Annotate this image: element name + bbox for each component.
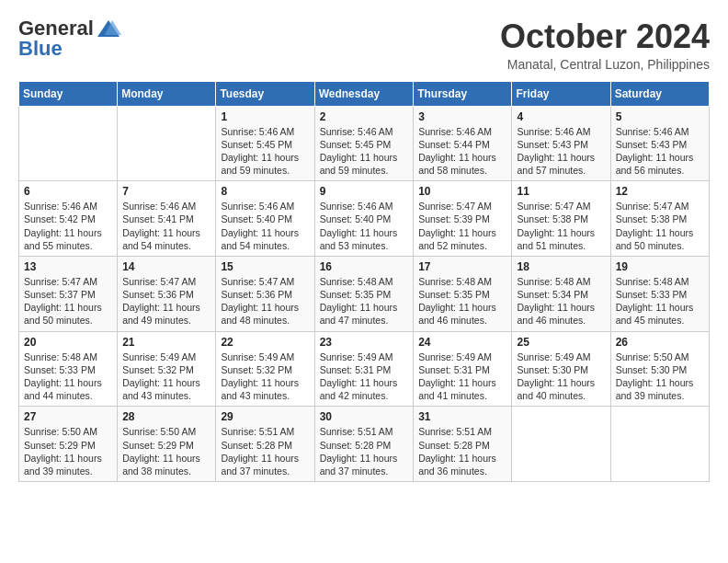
page-header: General Blue October 2024 Manatal, Centr… — [18, 18, 710, 72]
day-number: 9 — [320, 185, 409, 198]
cell-detail: Sunrise: 5:47 AMSunset: 5:37 PMDaylight:… — [24, 275, 112, 327]
day-number: 5 — [616, 110, 704, 123]
day-number: 26 — [616, 336, 704, 349]
calendar-table: SundayMondayTuesdayWednesdayThursdayFrid… — [18, 81, 710, 482]
cell-detail: Sunrise: 5:47 AMSunset: 5:36 PMDaylight:… — [122, 275, 210, 327]
calendar-cell: 9Sunrise: 5:46 AMSunset: 5:40 PMDaylight… — [314, 181, 414, 257]
calendar-week-3: 13Sunrise: 5:47 AMSunset: 5:37 PMDayligh… — [19, 256, 710, 331]
day-number: 28 — [122, 410, 210, 423]
calendar-cell: 7Sunrise: 5:46 AMSunset: 5:41 PMDaylight… — [118, 181, 216, 257]
calendar-cell: 17Sunrise: 5:48 AMSunset: 5:35 PMDayligh… — [414, 256, 512, 331]
cell-detail: Sunrise: 5:47 AMSunset: 5:38 PMDaylight:… — [616, 200, 704, 252]
calendar-cell: 30Sunrise: 5:51 AMSunset: 5:28 PMDayligh… — [314, 407, 414, 482]
day-number: 8 — [221, 185, 309, 198]
cell-detail: Sunrise: 5:47 AMSunset: 5:39 PMDaylight:… — [418, 200, 506, 252]
day-number: 23 — [320, 336, 409, 349]
calendar-week-2: 6Sunrise: 5:46 AMSunset: 5:42 PMDaylight… — [19, 181, 710, 257]
calendar-cell: 27Sunrise: 5:50 AMSunset: 5:29 PMDayligh… — [19, 407, 118, 482]
cell-detail: Sunrise: 5:49 AMSunset: 5:30 PMDaylight:… — [517, 350, 605, 403]
title-block: October 2024 Manatal, Central Luzon, Phi… — [500, 18, 710, 72]
calendar-cell: 26Sunrise: 5:50 AMSunset: 5:30 PMDayligh… — [610, 331, 709, 407]
weekday-header-monday: Monday — [118, 81, 216, 106]
month-title: October 2024 — [500, 18, 710, 55]
logo-general-text: General — [18, 18, 94, 39]
weekday-header-tuesday: Tuesday — [216, 81, 314, 106]
calendar-cell: 31Sunrise: 5:51 AMSunset: 5:28 PMDayligh… — [414, 407, 512, 482]
cell-detail: Sunrise: 5:47 AMSunset: 5:38 PMDaylight:… — [517, 200, 605, 252]
day-number: 11 — [517, 185, 605, 198]
day-number: 13 — [24, 260, 112, 273]
cell-detail: Sunrise: 5:48 AMSunset: 5:34 PMDaylight:… — [517, 275, 605, 327]
cell-detail: Sunrise: 5:46 AMSunset: 5:45 PMDaylight:… — [320, 125, 409, 178]
location-subtitle: Manatal, Central Luzon, Philippines — [500, 57, 710, 72]
cell-detail: Sunrise: 5:49 AMSunset: 5:32 PMDaylight:… — [122, 350, 210, 403]
day-number: 19 — [616, 260, 704, 273]
calendar-cell: 16Sunrise: 5:48 AMSunset: 5:35 PMDayligh… — [314, 256, 414, 331]
calendar-cell: 25Sunrise: 5:49 AMSunset: 5:30 PMDayligh… — [512, 331, 610, 407]
day-number: 24 — [418, 336, 506, 349]
cell-detail: Sunrise: 5:49 AMSunset: 5:31 PMDaylight:… — [320, 350, 409, 403]
day-number: 22 — [221, 336, 309, 349]
day-number: 18 — [517, 260, 605, 273]
logo-icon — [96, 18, 121, 39]
day-number: 31 — [418, 410, 506, 423]
calendar-cell: 14Sunrise: 5:47 AMSunset: 5:36 PMDayligh… — [118, 256, 216, 331]
calendar-cell: 21Sunrise: 5:49 AMSunset: 5:32 PMDayligh… — [118, 331, 216, 407]
weekday-header-friday: Friday — [512, 81, 610, 106]
calendar-cell: 23Sunrise: 5:49 AMSunset: 5:31 PMDayligh… — [314, 331, 414, 407]
day-number: 27 — [24, 410, 112, 423]
day-number: 12 — [616, 185, 704, 198]
cell-detail: Sunrise: 5:48 AMSunset: 5:35 PMDaylight:… — [320, 275, 409, 327]
day-number: 2 — [320, 110, 409, 123]
calendar-cell — [19, 106, 118, 181]
logo: General Blue — [18, 18, 121, 61]
cell-detail: Sunrise: 5:47 AMSunset: 5:36 PMDaylight:… — [221, 275, 309, 327]
calendar-week-5: 27Sunrise: 5:50 AMSunset: 5:29 PMDayligh… — [19, 407, 710, 482]
logo-blue-text: Blue — [18, 37, 63, 61]
calendar-cell: 4Sunrise: 5:46 AMSunset: 5:43 PMDaylight… — [512, 106, 610, 181]
cell-detail: Sunrise: 5:46 AMSunset: 5:40 PMDaylight:… — [320, 200, 409, 252]
calendar-cell: 3Sunrise: 5:46 AMSunset: 5:44 PMDaylight… — [414, 106, 512, 181]
cell-detail: Sunrise: 5:46 AMSunset: 5:44 PMDaylight:… — [418, 125, 506, 178]
calendar-cell: 24Sunrise: 5:49 AMSunset: 5:31 PMDayligh… — [414, 331, 512, 407]
day-number: 20 — [24, 336, 112, 349]
cell-detail: Sunrise: 5:48 AMSunset: 5:33 PMDaylight:… — [24, 350, 112, 403]
calendar-cell — [610, 407, 709, 482]
calendar-week-1: 1Sunrise: 5:46 AMSunset: 5:45 PMDaylight… — [19, 106, 710, 181]
calendar-cell: 12Sunrise: 5:47 AMSunset: 5:38 PMDayligh… — [610, 181, 709, 257]
cell-detail: Sunrise: 5:50 AMSunset: 5:30 PMDaylight:… — [616, 350, 704, 403]
cell-detail: Sunrise: 5:46 AMSunset: 5:41 PMDaylight:… — [122, 200, 210, 252]
calendar-cell: 18Sunrise: 5:48 AMSunset: 5:34 PMDayligh… — [512, 256, 610, 331]
cell-detail: Sunrise: 5:49 AMSunset: 5:32 PMDaylight:… — [221, 350, 309, 403]
calendar-cell: 6Sunrise: 5:46 AMSunset: 5:42 PMDaylight… — [19, 181, 118, 257]
cell-detail: Sunrise: 5:46 AMSunset: 5:42 PMDaylight:… — [24, 200, 112, 252]
calendar-cell: 20Sunrise: 5:48 AMSunset: 5:33 PMDayligh… — [19, 331, 118, 407]
calendar-cell — [512, 407, 610, 482]
cell-detail: Sunrise: 5:51 AMSunset: 5:28 PMDaylight:… — [320, 425, 409, 477]
weekday-header-wednesday: Wednesday — [314, 81, 414, 106]
weekday-header-saturday: Saturday — [610, 81, 709, 106]
calendar-cell: 19Sunrise: 5:48 AMSunset: 5:33 PMDayligh… — [610, 256, 709, 331]
day-number: 4 — [517, 110, 605, 123]
cell-detail: Sunrise: 5:48 AMSunset: 5:33 PMDaylight:… — [616, 275, 704, 327]
day-number: 21 — [122, 336, 210, 349]
cell-detail: Sunrise: 5:48 AMSunset: 5:35 PMDaylight:… — [418, 275, 506, 327]
calendar-cell — [118, 106, 216, 181]
day-number: 25 — [517, 336, 605, 349]
calendar-cell: 5Sunrise: 5:46 AMSunset: 5:43 PMDaylight… — [610, 106, 709, 181]
cell-detail: Sunrise: 5:49 AMSunset: 5:31 PMDaylight:… — [418, 350, 506, 403]
day-number: 14 — [122, 260, 210, 273]
day-number: 10 — [418, 185, 506, 198]
calendar-cell: 22Sunrise: 5:49 AMSunset: 5:32 PMDayligh… — [216, 331, 314, 407]
cell-detail: Sunrise: 5:50 AMSunset: 5:29 PMDaylight:… — [24, 425, 112, 477]
calendar-cell: 13Sunrise: 5:47 AMSunset: 5:37 PMDayligh… — [19, 256, 118, 331]
day-number: 15 — [221, 260, 309, 273]
cell-detail: Sunrise: 5:46 AMSunset: 5:45 PMDaylight:… — [221, 125, 309, 178]
cell-detail: Sunrise: 5:46 AMSunset: 5:43 PMDaylight:… — [517, 125, 605, 178]
cell-detail: Sunrise: 5:51 AMSunset: 5:28 PMDaylight:… — [221, 425, 309, 477]
calendar-cell: 29Sunrise: 5:51 AMSunset: 5:28 PMDayligh… — [216, 407, 314, 482]
weekday-header-sunday: Sunday — [19, 81, 118, 106]
cell-detail: Sunrise: 5:50 AMSunset: 5:29 PMDaylight:… — [122, 425, 210, 477]
calendar-cell: 2Sunrise: 5:46 AMSunset: 5:45 PMDaylight… — [314, 106, 414, 181]
weekday-header-thursday: Thursday — [414, 81, 512, 106]
